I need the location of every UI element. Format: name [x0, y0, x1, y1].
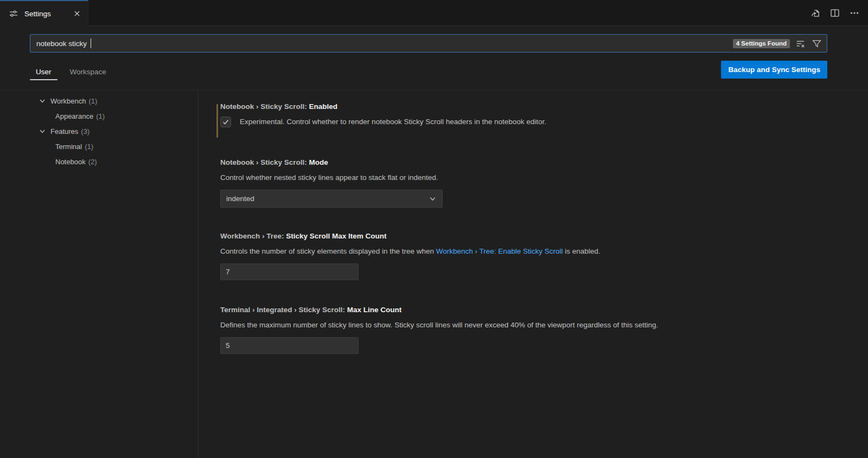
setting-link[interactable]: Workbench › Tree: Enable Sticky Scroll: [436, 247, 563, 255]
chevron-down-icon[interactable]: [38, 127, 47, 136]
text-caret: [91, 38, 92, 48]
max-item-count-input[interactable]: [220, 263, 359, 280]
scope-tabs: User Workspace: [30, 60, 112, 82]
toc-count: (1): [96, 112, 105, 120]
toc-item-terminal[interactable]: Terminal (1): [0, 139, 198, 154]
toc-label: Features: [50, 127, 78, 136]
tab-title: Settings: [24, 10, 51, 18]
split-editor-icon[interactable]: [829, 7, 841, 19]
toc-count: (1): [89, 97, 98, 105]
settings-body: Workbench (1) Appearance (1) Features (3…: [0, 91, 868, 458]
setting-tree-sticky-scroll-max-item-count: Workbench › Tree: Sticky Scroll Max Item…: [220, 232, 852, 280]
setting-label: Enabled: [309, 102, 338, 111]
setting-title: Notebook › Sticky Scroll: Enabled: [220, 102, 852, 111]
more-actions-icon[interactable]: [848, 7, 860, 19]
description-text: is enabled.: [563, 247, 601, 255]
toc-item-notebook[interactable]: Notebook (2): [0, 154, 198, 169]
tab-settings[interactable]: Settings: [0, 0, 88, 26]
search-query-text: notebook sticky: [36, 40, 89, 48]
results-count-badge: 4 Settings Found: [733, 39, 790, 48]
settings-search-input[interactable]: notebook sticky 4 Settings Found: [30, 34, 827, 53]
chevron-down-icon[interactable]: [38, 96, 47, 105]
tab-workspace[interactable]: Workspace: [64, 68, 112, 82]
settings-header: notebook sticky 4 Settings Found User: [0, 26, 868, 91]
toc-label: Workbench: [50, 97, 86, 105]
settings-toc-tree: Workbench (1) Appearance (1) Features (3…: [0, 93, 198, 169]
settings-sliders-icon: [8, 8, 20, 20]
setting-title: Notebook › Sticky Scroll: Mode: [220, 158, 852, 166]
toc-count: (2): [88, 158, 97, 166]
toc-item-workbench[interactable]: Workbench (1): [0, 93, 198, 108]
modified-indicator: [216, 104, 218, 138]
toc-item-features[interactable]: Features (3): [0, 124, 198, 139]
setting-category: Terminal › Integrated › Sticky Scroll:: [220, 306, 347, 314]
setting-category: Notebook › Sticky Scroll:: [220, 102, 309, 111]
editor-actions: [809, 0, 860, 26]
setting-notebook-sticky-scroll-enabled: Notebook › Sticky Scroll: Enabled Experi…: [220, 102, 852, 127]
setting-checkbox[interactable]: [220, 117, 231, 127]
setting-description: Control whether nested sticky lines appe…: [220, 173, 852, 183]
checkmark-icon: [222, 118, 229, 126]
settings-list: Notebook › Sticky Scroll: Enabled Experi…: [198, 91, 868, 458]
setting-description: Controls the number of sticky elements d…: [220, 247, 852, 256]
setting-category: Notebook › Sticky Scroll:: [220, 158, 309, 166]
open-settings-json-icon[interactable]: [809, 7, 821, 19]
toc-count: (1): [85, 143, 93, 151]
toc-label: Terminal: [55, 143, 82, 151]
toc-label: Appearance: [55, 112, 93, 120]
filter-icon[interactable]: [810, 37, 822, 49]
selected-value: indented: [226, 195, 254, 203]
setting-title: Terminal › Integrated › Sticky Scroll: M…: [220, 306, 852, 314]
setting-label: Max Line Count: [347, 306, 402, 314]
close-tab-icon[interactable]: [72, 8, 82, 19]
setting-notebook-sticky-scroll-mode: Notebook › Sticky Scroll: Mode Control w…: [220, 158, 852, 208]
setting-title: Workbench › Tree: Sticky Scroll Max Item…: [220, 232, 852, 240]
tab-user[interactable]: User: [30, 68, 58, 82]
setting-description: Defines the maximum number of sticky lin…: [220, 320, 852, 330]
max-line-count-input[interactable]: [220, 337, 359, 354]
setting-label: Mode: [309, 158, 328, 166]
toc-count: (3): [81, 127, 90, 136]
clear-search-icon[interactable]: [794, 37, 806, 49]
chevron-down-icon: [429, 195, 437, 203]
vscode-settings-window: { "tab": { "title": "Settings" }, "edito…: [0, 0, 868, 458]
editor-tab-bar: Settings: [0, 0, 868, 26]
toc-label: Notebook: [55, 158, 86, 166]
setting-label: Sticky Scroll Max Item Count: [286, 232, 386, 240]
search-controls: 4 Settings Found: [733, 37, 822, 49]
description-text: Controls the number of sticky elements d…: [220, 247, 436, 255]
setting-description: Experimental. Control whether to render …: [240, 117, 546, 127]
toc-item-appearance[interactable]: Appearance (1): [0, 108, 198, 124]
setting-terminal-sticky-scroll-max-line-count: Terminal › Integrated › Sticky Scroll: M…: [220, 306, 852, 354]
backup-sync-settings-button[interactable]: Backup and Sync Settings: [721, 61, 827, 79]
mode-select-dropdown[interactable]: indented: [220, 190, 443, 208]
setting-category: Workbench › Tree:: [220, 232, 286, 240]
